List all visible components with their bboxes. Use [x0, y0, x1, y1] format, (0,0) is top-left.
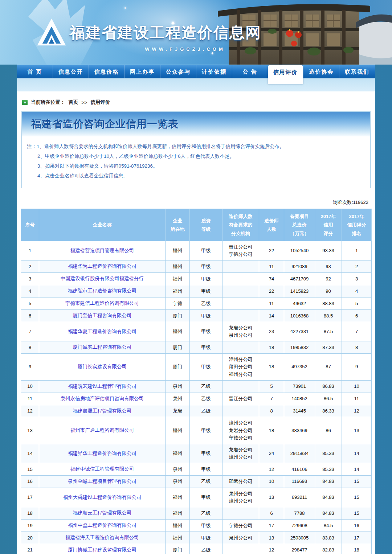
- company-link[interactable]: 福建华夏工程造价咨询有限公司: [68, 329, 136, 334]
- engineer-count: 11: [259, 297, 284, 310]
- engineer-count: 18: [259, 354, 284, 380]
- credit-score: 93.33: [315, 241, 342, 260]
- table-row: 9厦门长实建设有限公司厦门甲级漳州分公司 莆田分公司 福州分公司18497352…: [21, 354, 372, 380]
- breadcrumb-separator: >>: [82, 100, 87, 105]
- header-rank: 2017年 信用得分 排名: [342, 209, 372, 241]
- company-link[interactable]: 厦门协诚工程建设监理有限公司: [68, 547, 136, 553]
- company-link[interactable]: 福建省营造项目管理有限公司: [70, 248, 134, 253]
- company-name-cell: 福州市广通工程咨询有限公司: [39, 417, 166, 444]
- header-index: 序号: [21, 209, 39, 241]
- company-link[interactable]: 福建顺云工程管理有限公司: [73, 510, 132, 516]
- company-city: 福州: [166, 273, 190, 285]
- row-number: 3: [21, 273, 39, 285]
- row-number: 11: [21, 393, 39, 405]
- nav-cost-association[interactable]: 造价协会: [303, 65, 339, 78]
- nav-public-participation[interactable]: 公众参与: [160, 65, 196, 78]
- credit-rank: 5: [342, 297, 372, 310]
- breadcrumb: » 当前所在位置： 首页 >> 信用评价: [21, 96, 371, 111]
- qualified-branches: 邵武分公司: [222, 476, 259, 488]
- qualified-branches: 龙岩分公司 漳州分公司: [222, 444, 259, 463]
- qualified-branches: [222, 285, 259, 297]
- company-link[interactable]: 宁德市建信工程造价咨询有限公司: [65, 300, 139, 306]
- header-count: 造价师 人数: [259, 209, 284, 241]
- credit-score: 88.83: [315, 297, 342, 310]
- company-link[interactable]: 泉州金峸工程项目管理有限公司: [68, 479, 136, 484]
- company-link[interactable]: 厦门至信工程咨询有限公司: [73, 313, 132, 318]
- nav-info-price[interactable]: 信息价格: [89, 65, 124, 78]
- company-link[interactable]: 福建鑫晟工程管理有限公司: [73, 408, 132, 414]
- credit-rank: 16: [342, 520, 372, 532]
- sparkle-icon: ✦: [123, 6, 127, 11]
- credit-rank: 2: [342, 260, 372, 273]
- company-city: 福州: [166, 322, 190, 341]
- company-link[interactable]: 福州市广通工程咨询有限公司: [70, 427, 134, 433]
- header-city: 企业 所在地: [166, 209, 190, 241]
- credit-rank: 10: [342, 380, 372, 393]
- engineer-count: 18: [259, 341, 284, 354]
- row-number: 12: [21, 405, 39, 417]
- row-number: 21: [21, 544, 39, 554]
- nav-announcement[interactable]: 公 告: [232, 65, 268, 78]
- engineer-count: 11: [259, 260, 284, 273]
- credit-rank: 18: [342, 544, 372, 554]
- credit-table-body: 1福建省营造项目管理有限公司福州甲级晋江分公司 宁德分公司22105254093…: [21, 241, 372, 554]
- credit-score: 86: [315, 417, 342, 444]
- company-name-cell: 福建筑宏建设工程管理有限公司: [39, 380, 166, 393]
- table-row: 18福建顺云工程管理有限公司福州乙级6778884.8315: [21, 507, 372, 520]
- qualification-grade: 甲级: [190, 241, 222, 260]
- company-link[interactable]: 厦门长实建设有限公司: [78, 364, 127, 369]
- company-link[interactable]: 福建筑宏建设工程管理有限公司: [68, 383, 136, 389]
- company-link[interactable]: 福建昇华工程造价咨询有限公司: [68, 451, 136, 456]
- company-city: 福州: [166, 507, 190, 520]
- credit-rank: 15: [342, 476, 372, 488]
- note-line-2: 2、甲级企业造价师总数不少于10人，乙级企业造价师总数不少于6人，红色代表人数不…: [27, 151, 364, 161]
- company-city: 厦门: [166, 341, 190, 354]
- company-link[interactable]: 中国建设银行股份有限公司福建省分行: [61, 276, 144, 281]
- table-row: 13福州市广通工程咨询有限公司福州甲级漳州分公司 龙岩分公司 宁德分公司1838…: [21, 417, 372, 444]
- row-number: 19: [21, 520, 39, 532]
- company-link[interactable]: 福建省海天工程造价咨询有限公司: [65, 535, 139, 540]
- credit-rank: 15: [342, 507, 372, 520]
- company-name-cell: 福建昇华工程造价咨询有限公司: [39, 444, 166, 463]
- company-city: 福州: [166, 520, 190, 532]
- table-row: 10福建筑宏建设工程管理有限公司泉州乙级57390186.8310: [21, 380, 372, 393]
- credit-score: 93: [315, 260, 342, 273]
- header-total-cost: 备案项目 总造价 （万元）: [284, 209, 315, 241]
- qualified-branches: 宁德分公司: [222, 520, 259, 532]
- nav-pricing-basis[interactable]: 计价依据: [196, 65, 232, 78]
- table-row: 1福建省营造项目管理有限公司福州甲级晋江分公司 宁德分公司22105254093…: [21, 241, 372, 260]
- credit-rank: 4: [342, 285, 372, 297]
- engineer-count: 17: [259, 520, 284, 532]
- company-link[interactable]: 福建华为工程造价咨询有限公司: [68, 263, 136, 269]
- company-link[interactable]: 福州大禹建设工程造价咨询有限公司: [63, 495, 142, 500]
- qualification-grade: 乙级: [190, 544, 222, 554]
- title-box: 福建省造价咨询企业信用一览表 注：1、造价师人数符合要求的分支机构和造价师人数每…: [21, 111, 371, 188]
- company-name-cell: 厦门长实建设有限公司: [39, 354, 166, 380]
- company-city: 龙岩: [166, 405, 190, 417]
- company-link[interactable]: 福建中诚信工程管理有限公司: [70, 466, 134, 472]
- engineer-count: 6: [259, 507, 284, 520]
- company-city: 泉州: [166, 393, 190, 405]
- nav-info-disclosure[interactable]: 信息公开: [53, 65, 89, 78]
- credit-score: 92: [315, 273, 342, 285]
- nav-credit-rating[interactable]: 信用评价: [268, 65, 303, 84]
- company-link[interactable]: 福州中盈工程造价咨询有限公司: [68, 522, 136, 528]
- company-name-cell: 泉州金峸工程项目管理有限公司: [39, 476, 166, 488]
- nav-online-service[interactable]: 网上办事: [124, 65, 160, 78]
- company-link[interactable]: 泉州永信房地产评估项目咨询有限公司: [61, 396, 144, 401]
- credit-score: 87: [315, 354, 342, 380]
- project-total-cost: 31445: [284, 405, 315, 417]
- qualification-grade: 甲级: [190, 341, 222, 354]
- company-link[interactable]: 厦门诚实工程咨询有限公司: [73, 344, 132, 350]
- nav-home[interactable]: 首 页: [17, 65, 53, 78]
- site-banner: ✦ ✦ ✦ ✦: [0, 0, 392, 65]
- qualified-branches: [222, 273, 259, 285]
- header-company: 企业名称: [39, 209, 166, 241]
- nav-contact-us[interactable]: 联系我们: [339, 65, 375, 78]
- credit-score: 87.5: [315, 322, 342, 341]
- company-link[interactable]: 福建弘审工程造价咨询有限公司: [68, 288, 136, 294]
- engineer-count: 74: [259, 273, 284, 285]
- breadcrumb-home-link[interactable]: 首页: [69, 99, 78, 106]
- company-city: 宁德: [166, 297, 190, 310]
- qualified-branches: [222, 310, 259, 322]
